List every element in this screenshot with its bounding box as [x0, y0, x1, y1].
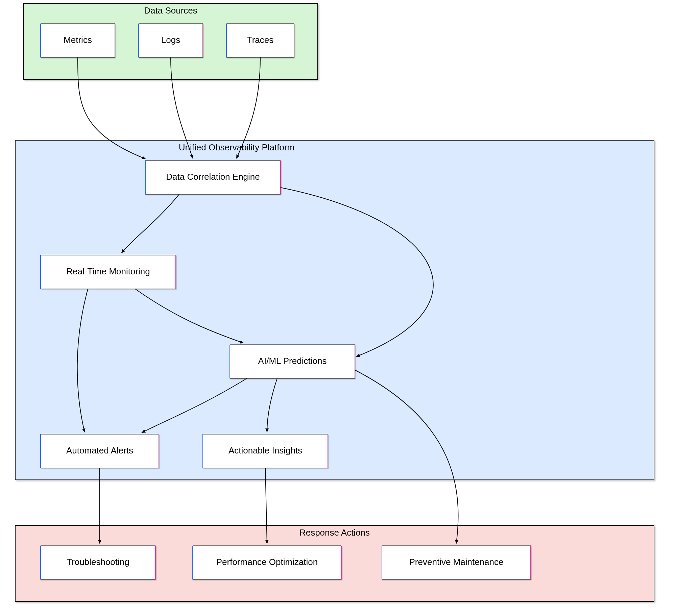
node-traces: Traces	[226, 24, 294, 57]
group-response-title: Response Actions	[299, 527, 370, 538]
group-platform: Unified Observability Platform Data Corr…	[15, 140, 654, 480]
node-logs-label: Logs	[161, 35, 180, 45]
node-logs: Logs	[139, 24, 203, 57]
node-metrics-label: Metrics	[64, 35, 92, 45]
group-platform-title: Unified Observability Platform	[179, 142, 294, 152]
node-preventive: Preventive Maintenance	[382, 546, 531, 580]
node-metrics: Metrics	[41, 24, 115, 57]
node-troubleshoot-label: Troubleshooting	[67, 557, 129, 567]
node-perfopt: Performance Optimization	[193, 546, 341, 580]
node-alerts-label: Automated Alerts	[66, 445, 133, 455]
node-monitoring: Real-Time Monitoring	[41, 255, 176, 289]
node-preventive-label: Preventive Maintenance	[409, 557, 504, 567]
observability-diagram: Data Sources Metrics Logs Traces	[0, 0, 676, 616]
node-insights-label: Actionable Insights	[228, 445, 302, 455]
node-insights: Actionable Insights	[203, 434, 328, 468]
node-perfopt-label: Performance Optimization	[216, 557, 318, 567]
node-correlation-label: Data Correlation Engine	[166, 172, 260, 182]
group-data-sources-title: Data Sources	[144, 5, 197, 16]
node-traces-label: Traces	[247, 35, 274, 45]
node-troubleshoot: Troubleshooting	[41, 546, 155, 580]
group-response: Response Actions Troubleshooting Perform…	[15, 525, 654, 601]
node-correlation: Data Correlation Engine	[145, 161, 281, 194]
node-aiml-label: AI/ML Predictions	[258, 356, 327, 366]
svg-rect-16	[15, 140, 654, 480]
node-aiml: AI/ML Predictions	[230, 345, 355, 378]
node-alerts: Automated Alerts	[41, 434, 159, 468]
node-monitoring-label: Real-Time Monitoring	[66, 266, 150, 276]
